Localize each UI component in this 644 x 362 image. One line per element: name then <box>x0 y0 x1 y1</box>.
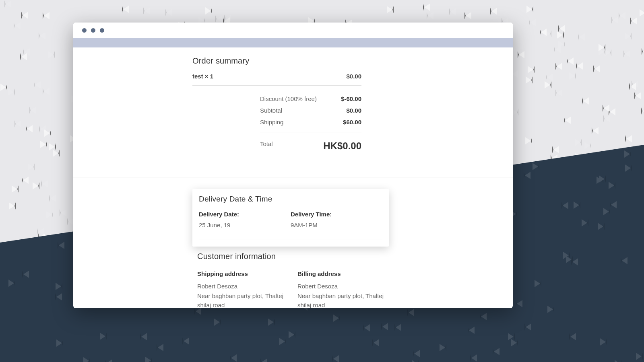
delivery-time-value: 9AM-1PM <box>291 222 382 228</box>
delivery-columns: Delivery Date: 25 June, 19 Delivery Time… <box>199 211 382 228</box>
discount-row: Discount (100% free) $-60.00 <box>260 93 361 105</box>
total-amount: HK$0.00 <box>323 140 361 152</box>
window-dot-icon <box>100 28 104 33</box>
grand-total-row: Total HK$0.00 <box>260 138 361 154</box>
line-item-row: test × 1 $0.00 <box>192 73 361 86</box>
billing-address-heading: Billing address <box>297 269 390 278</box>
window-dot-icon <box>91 28 95 33</box>
window-toolbar <box>73 38 513 47</box>
delivery-title: Delivery Date & Time <box>199 195 382 204</box>
customer-info-section: Customer information Shipping address Ro… <box>197 252 390 308</box>
subtotal-amount: $0.00 <box>346 107 361 114</box>
shipping-row: Shipping $60.00 <box>260 116 361 128</box>
totals-block: Discount (100% free) $-60.00 Subtotal $0… <box>260 93 361 154</box>
customer-columns: Shipping address Robert Desoza Near bagh… <box>197 269 390 308</box>
customer-info-title: Customer information <box>197 252 390 261</box>
delivery-date-column: Delivery Date: 25 June, 19 <box>199 211 291 228</box>
shipping-address-column: Shipping address Robert Desoza Near bagh… <box>197 269 290 308</box>
discount-label: Discount (100% free) <box>260 95 317 102</box>
billing-name: Robert Desoza <box>297 282 390 291</box>
billing-address-column: Billing address Robert Desoza Near baghb… <box>297 269 390 308</box>
delivery-date-value: 25 June, 19 <box>199 222 291 228</box>
delivery-card: Delivery Date & Time Delivery Date: 25 J… <box>192 189 389 247</box>
order-summary-title: Order summary <box>192 56 361 66</box>
section-divider <box>73 177 513 177</box>
shipping-line1: Near baghban party plot, Thaltej shilaj … <box>197 291 290 309</box>
totals-separator <box>260 132 361 132</box>
window-titlebar <box>73 23 513 38</box>
line-item-amount: $0.00 <box>346 73 361 80</box>
shipping-name: Robert Desoza <box>197 282 290 291</box>
shipping-label: Shipping <box>260 119 283 125</box>
subtotal-label: Subtotal <box>260 107 282 114</box>
line-item-label: test × 1 <box>192 73 213 80</box>
page-content: Order summary test × 1 $0.00 Discount (1… <box>73 47 513 308</box>
shipping-address-heading: Shipping address <box>197 269 290 278</box>
shipping-amount: $60.00 <box>343 119 361 125</box>
browser-window: Order summary test × 1 $0.00 Discount (1… <box>73 23 513 308</box>
order-summary-section: Order summary test × 1 $0.00 Discount (1… <box>192 56 361 154</box>
subtotal-row: Subtotal $0.00 <box>260 105 361 116</box>
total-label: Total <box>260 140 273 152</box>
window-dot-icon <box>82 28 87 33</box>
delivery-bottom-divider <box>199 239 382 239</box>
delivery-time-column: Delivery Time: 9AM-1PM <box>291 211 382 228</box>
discount-amount: $-60.00 <box>341 95 361 102</box>
delivery-date-label: Delivery Date: <box>199 211 291 218</box>
delivery-time-label: Delivery Time: <box>291 211 382 218</box>
billing-line1: Near baghban party plot, Thaltej shilaj … <box>297 291 390 309</box>
